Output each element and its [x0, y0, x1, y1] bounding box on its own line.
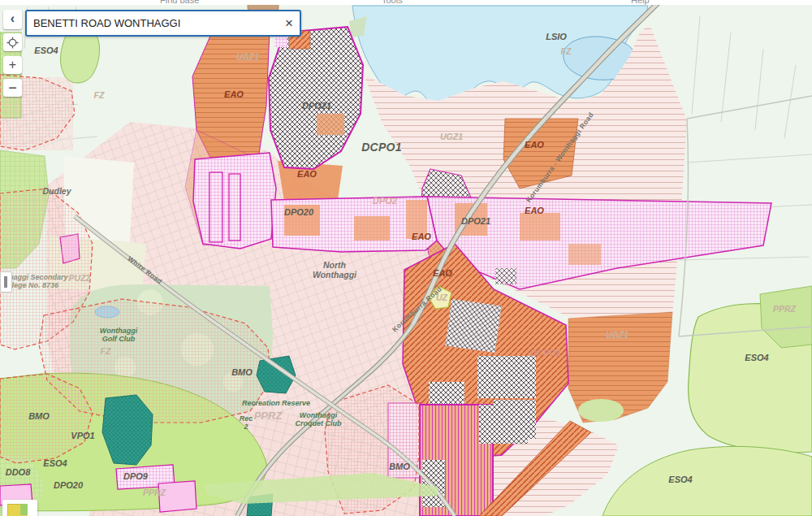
basemap-toggle[interactable]	[2, 500, 37, 516]
close-icon[interactable]: ×	[279, 11, 300, 35]
search-box[interactable]: ×	[25, 10, 301, 37]
map-app: { "header": { "menu_fragments": [ {"labe…	[0, 0, 812, 516]
map-artwork	[0, 0, 812, 516]
minus-icon: −	[8, 80, 17, 97]
menu-item-fragment[interactable]: Tools	[382, 0, 403, 5]
menu-item-fragment[interactable]: Help	[631, 0, 650, 5]
back-button[interactable]: ‹	[3, 10, 22, 29]
plus-icon: +	[9, 58, 16, 72]
menu-item-fragment[interactable]: Find base	[160, 0, 199, 5]
zoom-in-button[interactable]: +	[3, 56, 22, 74]
basemap-thumbnail-green	[20, 504, 28, 515]
map-canvas[interactable]: ESO4FZLSIOFZUGZ1EAODPO21DCPO1UGZ1EAODudl…	[0, 0, 812, 516]
search-input[interactable]	[27, 17, 279, 29]
zoom-out-button[interactable]: −	[3, 79, 22, 97]
locate-button[interactable]	[3, 33, 22, 51]
crosshair-icon	[6, 37, 19, 49]
docked-control[interactable]	[0, 271, 12, 293]
top-menu-strip: Find baseToolsHelp	[0, 0, 812, 5]
chevron-left-icon: ‹	[11, 11, 15, 26]
